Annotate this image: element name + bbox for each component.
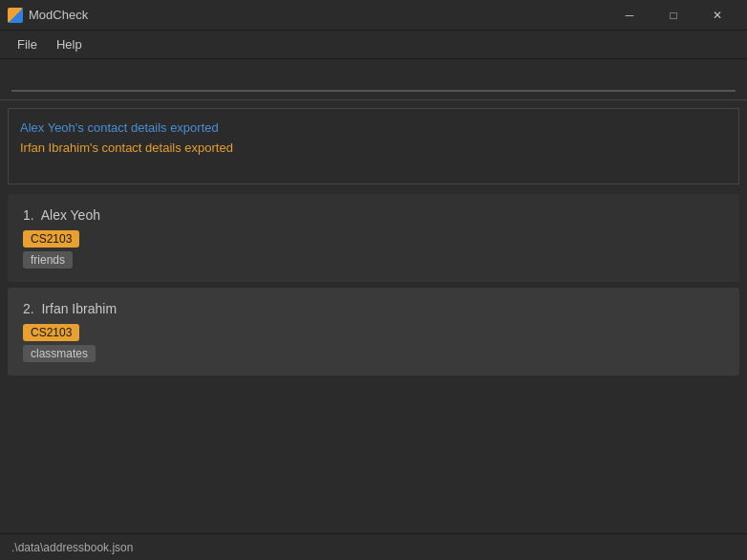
app-icon	[8, 8, 23, 23]
output-line-1: Alex Yeoh's contact details exported	[20, 118, 727, 139]
tag-course-2: CS2103	[23, 324, 79, 341]
tag-course-1: CS2103	[23, 230, 79, 248]
title-bar-left: ModCheck	[8, 8, 88, 23]
contact-name-1: Alex Yeoh	[41, 207, 100, 223]
contact-index-1: 1. Alex Yeoh	[23, 207, 724, 223]
title-bar-controls: ─ □ ✕	[608, 0, 739, 31]
search-bar	[0, 59, 747, 100]
contact-tags-1: CS2103 friends	[23, 230, 724, 269]
contact-index-2: 2. Irfan Ibrahim	[23, 301, 724, 316]
close-button[interactable]: ✕	[695, 0, 739, 31]
status-path: .\data\addressbook.json	[11, 541, 133, 554]
output-line-2: Irfan Ibrahim's contact details exported	[20, 139, 727, 159]
tag-group-1: friends	[23, 251, 73, 269]
contact-name-2: Irfan Ibrahim	[41, 301, 117, 316]
minimize-button[interactable]: ─	[608, 0, 651, 31]
contact-card-2: 2. Irfan Ibrahim CS2103 classmates	[8, 288, 739, 376]
title-bar: ModCheck ─ □ ✕	[0, 0, 747, 31]
output-area: Alex Yeoh's contact details exported Irf…	[8, 108, 739, 184]
menu-help[interactable]: Help	[47, 33, 92, 55]
search-input[interactable]	[11, 67, 736, 92]
results-area: 1. Alex Yeoh CS2103 friends 2. Irfan Ibr…	[0, 188, 747, 533]
tag-group-2: classmates	[23, 345, 96, 362]
menu-file[interactable]: File	[8, 33, 47, 55]
contact-card-1: 1. Alex Yeoh CS2103 friends	[8, 194, 739, 282]
status-bar: .\data\addressbook.json	[0, 533, 747, 560]
contact-tags-2: CS2103 classmates	[23, 324, 724, 362]
app-title: ModCheck	[29, 8, 88, 22]
maximize-button[interactable]: □	[651, 0, 695, 31]
menu-bar: File Help	[0, 31, 747, 59]
